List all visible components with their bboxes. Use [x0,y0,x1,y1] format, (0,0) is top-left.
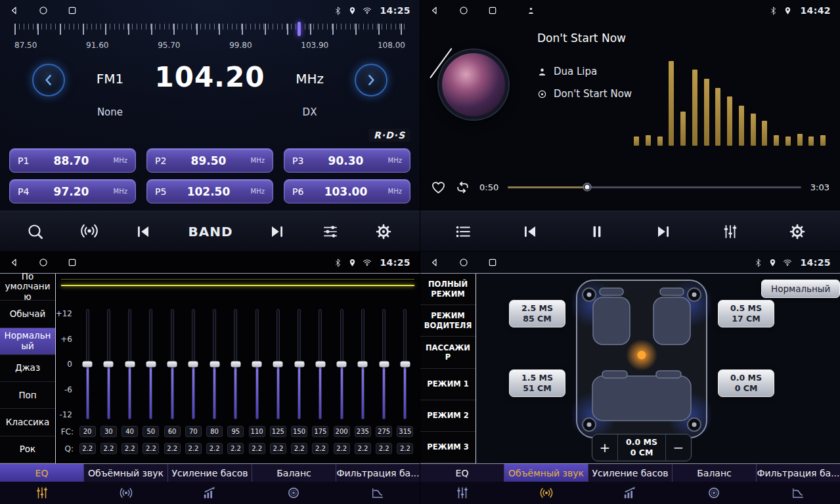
slider-handle[interactable] [400,362,410,368]
audio-tab[interactable]: EQ [0,464,84,482]
balance-tab-icon[interactable] [252,486,336,500]
slider-handle[interactable] [210,362,219,368]
eq-tab-icon[interactable] [0,486,84,500]
preset-button[interactable]: P2 89.50 MHz [146,148,273,173]
eq-band-slider[interactable] [141,309,162,419]
seek-handle[interactable] [583,184,590,191]
slider-handle[interactable] [104,362,114,368]
playlist-button[interactable] [454,223,472,240]
tune-down-button[interactable] [32,64,65,96]
settings-button[interactable] [375,223,392,240]
slider-track[interactable] [86,309,89,419]
eq-preset-item[interactable]: Нормальный [0,328,55,355]
previous-station-button[interactable] [135,223,152,240]
listening-mode-item[interactable]: РЕЖИМ 2 [420,400,475,432]
home-button[interactable] [458,5,469,16]
slider-handle[interactable] [358,362,368,368]
slider-track[interactable] [234,309,237,419]
bass-boost-tab-icon[interactable] [168,486,252,500]
back-button[interactable] [9,5,20,16]
listening-mode-item[interactable]: ПОЛНЫЙ РЕЖИМ [420,274,475,305]
slider-track[interactable] [128,309,131,419]
eq-band-slider[interactable] [289,309,310,419]
eq-band-slider[interactable] [310,309,331,419]
surround-tab-icon[interactable] [84,486,168,500]
eq-band-slider[interactable] [246,309,267,419]
favorite-button[interactable] [431,180,446,195]
slider-handle[interactable] [188,362,198,368]
eq-band-slider[interactable] [352,309,373,419]
slider-handle[interactable] [273,362,283,368]
eq-preset-item[interactable]: Рок [0,436,55,463]
preset-button[interactable]: P4 97.20 MHz [9,179,136,203]
eq-band-slider[interactable] [331,309,352,419]
audio-tab[interactable]: EQ [420,464,504,482]
slider-handle[interactable] [146,362,156,368]
broadcast-button[interactable] [80,222,99,241]
decrease-delay-button[interactable]: − [666,434,691,461]
slider-track[interactable] [149,309,152,419]
rear-right-delay-button[interactable]: 0.0 MS 0 CM [718,369,774,397]
frequency-scale[interactable]: 87.5091.6095.7099.80103.90108.00 [14,24,405,55]
increase-delay-button[interactable]: + [592,434,617,461]
slider-handle[interactable] [125,362,135,368]
slider-handle[interactable] [83,362,93,368]
eq-band-slider[interactable] [204,309,225,419]
front-right-delay-button[interactable]: 0.5 MS 17 CM [718,300,774,327]
slider-track[interactable] [255,309,259,419]
seek-bar[interactable] [508,186,801,188]
eq-band-slider[interactable] [225,309,246,419]
band-button[interactable]: BAND [188,224,232,240]
slider-handle[interactable] [231,362,240,368]
surround-tab-icon[interactable] [504,486,588,500]
eq-tab-icon[interactable] [420,486,504,500]
scan-button[interactable] [27,223,44,240]
recents-button[interactable] [67,257,77,268]
recents-button[interactable] [67,5,77,16]
recents-button[interactable] [487,5,498,16]
preset-button[interactable]: P1 88.70 MHz [9,148,136,173]
slider-track[interactable] [319,309,322,419]
eq-band-slider[interactable] [374,309,395,419]
back-button[interactable] [430,5,440,16]
next-track-button[interactable] [655,223,672,240]
eq-band-slider[interactable] [77,309,98,419]
preset-button[interactable]: P3 90.30 MHz [284,148,410,173]
filter-tab-icon[interactable] [336,486,420,500]
slider-track[interactable] [382,309,386,419]
audio-tab[interactable]: Баланс [673,464,757,482]
next-station-button[interactable] [269,223,286,240]
slider-track[interactable] [276,309,280,419]
audio-tab[interactable]: Объёмный звук [84,464,168,482]
slider-track[interactable] [171,309,174,419]
audio-tab[interactable]: Усиление басов [588,464,673,482]
slider-handle[interactable] [379,362,389,368]
eq-preset-item[interactable]: Поп [0,382,55,409]
slider-handle[interactable] [294,362,304,368]
eq-preset-item[interactable]: Обычай [0,301,55,327]
previous-track-button[interactable] [521,223,539,240]
preset-button[interactable]: P5 102.50 MHz [146,179,273,203]
audio-tab[interactable]: Фильтрация ба... [757,464,840,482]
slider-handle[interactable] [252,362,262,368]
preset-button[interactable]: P6 103.00 MHz [284,179,410,203]
repeat-button[interactable] [455,180,470,195]
audio-settings-button[interactable] [322,223,339,240]
slider-handle[interactable] [167,362,177,368]
equalizer-button[interactable] [722,223,739,240]
audio-tab[interactable]: Объёмный звук [504,464,588,482]
eq-band-slider[interactable] [120,309,141,419]
filter-tab-icon[interactable] [756,486,840,500]
slider-track[interactable] [403,309,407,419]
eq-preset-item[interactable]: Классика [0,409,55,436]
listening-mode-item[interactable]: РЕЖИМ ВОДИТЕЛЯ [420,305,475,337]
eq-band-slider[interactable] [267,309,288,419]
slider-handle[interactable] [337,362,347,368]
bass-boost-tab-icon[interactable] [588,486,673,500]
recents-button[interactable] [487,257,498,268]
eq-band-slider[interactable] [162,309,183,419]
slider-handle[interactable] [315,362,325,368]
eq-preset-item[interactable]: Джаз [0,355,55,382]
balance-tab-icon[interactable] [672,486,756,500]
slider-track[interactable] [213,309,216,419]
